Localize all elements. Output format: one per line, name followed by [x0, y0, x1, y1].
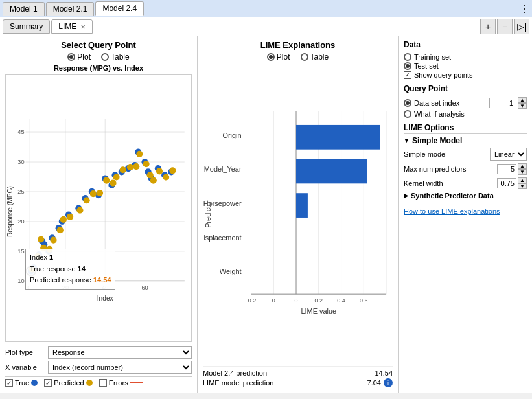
svg-point-67 — [127, 164, 133, 170]
svg-point-69 — [136, 151, 143, 157]
legend-errors-line — [130, 382, 143, 383]
subtab-summary[interactable]: Summary — [3, 19, 50, 34]
legend-true: ✓ True — [5, 379, 38, 387]
middle-panel-title: LIME Explanations — [203, 40, 393, 50]
svg-point-68 — [133, 163, 139, 170]
tab-model1[interactable]: Model 1 — [3, 2, 45, 16]
svg-point-62 — [97, 190, 103, 196]
spin-down-btn[interactable]: ▼ — [518, 103, 527, 109]
what-if-row: What-if analysis — [404, 110, 527, 118]
toolbar-add-btn[interactable]: + — [480, 19, 496, 34]
main-content: Select Query Point Plot Table Response (… — [0, 36, 532, 393]
max-num-spin-down[interactable]: ▼ — [518, 169, 527, 175]
simple-model-collapsible[interactable]: ▼ Simple Model — [404, 136, 527, 145]
bar-chart[interactable]: Origin Model_Year Horsepower Displacemen… — [203, 64, 393, 363]
training-set-radio[interactable] — [404, 53, 411, 61]
svg-text:Weight: Weight — [220, 268, 242, 275]
svg-point-74 — [163, 174, 169, 180]
svg-rect-91 — [296, 159, 367, 184]
svg-text:Origin: Origin — [222, 131, 241, 139]
left-radio-table-circle — [101, 53, 109, 61]
svg-point-56 — [57, 227, 64, 233]
max-num-spinner: ▲ ▼ — [518, 163, 527, 175]
menu-dots-icon[interactable]: ⋮ — [519, 3, 529, 15]
show-query-points-row: ✓ Show query points — [404, 71, 527, 79]
svg-text:60: 60 — [141, 284, 148, 291]
subtab-lime-close[interactable]: ✕ — [80, 23, 86, 30]
data-set-index-input[interactable] — [489, 98, 515, 108]
tab-model21[interactable]: Model 2.1 — [46, 2, 95, 16]
kernel-width-row: Kernel width ▲ ▼ — [404, 177, 527, 189]
legend-errors-checkbox[interactable] — [99, 379, 107, 387]
lime-options-section: LIME Options ▼ Simple Model Simple model… — [404, 123, 527, 200]
svg-text:0: 0 — [272, 297, 275, 304]
svg-point-61 — [90, 190, 97, 197]
svg-text:Response (MPG): Response (MPG) — [6, 186, 14, 237]
data-set-index-radio[interactable] — [404, 99, 411, 107]
svg-rect-90 — [296, 125, 380, 150]
svg-point-58 — [67, 214, 73, 220]
what-if-radio[interactable] — [404, 110, 411, 118]
query-point-header: Query Point — [404, 84, 527, 95]
toolbar-minus-btn[interactable]: − — [497, 19, 513, 34]
kernel-width-input-row: ▲ ▼ — [497, 177, 527, 189]
kernel-spin-up[interactable]: ▲ — [518, 177, 527, 183]
middle-radio-plot[interactable]: Plot — [267, 52, 290, 62]
show-query-points-checkbox[interactable]: ✓ — [404, 71, 411, 79]
svg-text:Model_Year: Model_Year — [204, 165, 242, 173]
svg-point-55 — [50, 236, 56, 243]
lime-prediction-row: LIME model prediction 7.04 i — [203, 378, 393, 387]
simple-model-select[interactable]: Linear — [490, 148, 527, 161]
svg-text:30: 30 — [17, 159, 24, 165]
svg-point-73 — [156, 168, 163, 174]
svg-point-63 — [103, 177, 110, 183]
svg-point-72 — [150, 177, 157, 183]
data-set-index-spinner: ▲ ▼ — [518, 97, 527, 109]
prediction-info: Model 2.4 prediction 14.54 LIME model pr… — [203, 366, 393, 389]
svg-point-75 — [169, 167, 176, 174]
legend-predicted-checkbox[interactable]: ✓ — [44, 379, 52, 387]
svg-text:15: 15 — [17, 248, 24, 255]
spin-up-btn[interactable]: ▲ — [518, 97, 527, 103]
plot-type-select[interactable]: Response — [48, 346, 192, 359]
how-to-link[interactable]: How to use LIME explanations — [404, 207, 527, 215]
left-radio-plot-circle — [67, 53, 75, 61]
bar-svg: Origin Model_Year Horsepower Displacemen… — [203, 64, 393, 363]
info-icon[interactable]: i — [384, 378, 393, 387]
tab-model24[interactable]: Model 2.4 — [95, 1, 144, 16]
left-radio-plot[interactable]: Plot — [67, 52, 91, 62]
kernel-spin-down[interactable]: ▼ — [518, 183, 527, 189]
synth-pred-collapsible[interactable]: ▶ Synthetic Predictor Data — [404, 192, 527, 200]
data-section-header: Data — [404, 40, 527, 51]
max-num-spin-up[interactable]: ▲ — [518, 163, 527, 169]
legend-errors: Errors — [99, 379, 143, 387]
middle-radio-table[interactable]: Table — [301, 52, 329, 62]
svg-point-57 — [60, 216, 67, 223]
scatter-tooltip: Index 1 True response 14 Predicted respo… — [25, 249, 115, 290]
simple-model-triangle: ▼ — [404, 137, 410, 144]
svg-text:Displacement: Displacement — [203, 234, 242, 242]
right-panel: Data Training set Test set ✓ Show query … — [399, 36, 532, 393]
x-variable-select[interactable]: Index (record number) — [48, 361, 192, 374]
svg-point-66 — [120, 166, 126, 173]
synth-pred-triangle: ▶ — [404, 192, 408, 199]
svg-point-64 — [110, 180, 116, 187]
svg-text:-0.2: -0.2 — [246, 297, 256, 304]
test-set-radio[interactable] — [404, 62, 411, 70]
scatter-chart[interactable]: Response (MPG) Index 10 15 20 25 30 — [5, 74, 192, 342]
toolbar-nav-btn[interactable]: ▷| — [514, 19, 529, 34]
legend-predicted: ✓ Predicted — [44, 379, 92, 387]
svg-point-70 — [143, 161, 149, 167]
left-radio-table[interactable]: Table — [101, 52, 130, 62]
kernel-width-input[interactable] — [497, 178, 516, 188]
svg-text:Index: Index — [97, 295, 113, 302]
subtab-lime[interactable]: LIME ✕ — [51, 19, 93, 34]
data-section: Data Training set Test set ✓ Show query … — [404, 40, 527, 80]
subtab-bar: Summary LIME ✕ + − ▷| — [0, 17, 532, 36]
legend-true-dot — [31, 380, 38, 386]
legend-true-checkbox[interactable]: ✓ — [5, 379, 13, 387]
test-set-row: Test set — [404, 62, 527, 70]
kernel-width-spinner: ▲ ▼ — [518, 177, 527, 189]
middle-radio-row: Plot Table — [203, 52, 393, 62]
max-num-input[interactable] — [497, 164, 516, 174]
